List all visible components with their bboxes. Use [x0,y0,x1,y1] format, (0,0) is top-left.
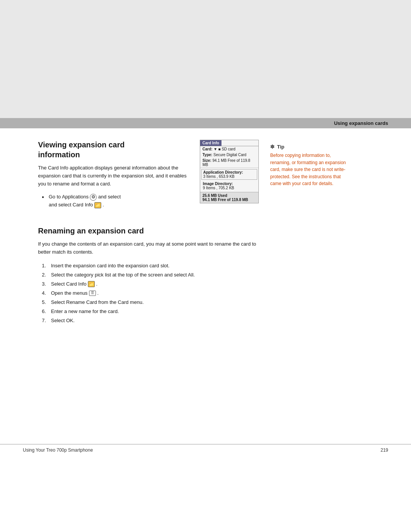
card-info-icon [94,202,101,208]
renaming-body: If you change the contents of an expansi… [38,240,259,256]
step-4: 4. Open the menus . [42,289,259,297]
tip-text: Before copying information to, renaming,… [270,152,346,187]
step-7: 7. Select OK. [42,316,259,325]
tip-header: ✽ Tip [270,144,346,150]
menu-icon [89,291,96,296]
card-info-icon-2 [88,281,95,287]
page-number: 219 [381,447,388,453]
viewing-body: The Card Info application displays gener… [38,164,192,188]
renaming-section: Renaming an expansion card If you change… [38,226,259,325]
img-dir-section: Image Directory: 9 Items , 705.2 KB [201,181,257,191]
step-1: 1. Insert the expansion card into the ex… [42,262,259,270]
tip-section: ✽ Tip Before copying information to, ren… [270,144,346,187]
renaming-steps: 1. Insert the expansion card into the ex… [42,262,259,325]
type-row: Type: Secure Digital Card [200,152,258,158]
viewing-bullets: Go to Applications and select and select… [42,193,192,209]
page-footer: Using Your Treo 700p Smartphone 219 [0,444,411,456]
app-dir-section: Application Directory: 3 Items , 653.9 K… [201,169,257,180]
section-title: Using expansion cards [334,120,388,126]
step-5: 5. Select Rename Card from the Card menu… [42,298,259,307]
viewing-text: Viewing expansion card information The C… [38,140,192,217]
footer-text: Using Your Treo 700p Smartphone [23,447,93,453]
step-3: 3. Select Card Info . [42,280,259,288]
tip-star-icon: ✽ [270,144,275,150]
page-container: Using expansion cards Viewing expansion … [0,0,411,532]
top-banner [0,0,411,118]
step-6: 6. Enter a new name for the card. [42,307,259,316]
step-2: 2. Select the category pick list at the … [42,271,259,279]
bullet-item-1: Go to Applications and select and select… [42,193,192,209]
left-column: Viewing expansion card information The C… [38,140,259,326]
viewing-heading: Viewing expansion card information [38,140,192,160]
tip-label: Tip [277,144,284,150]
size-row: Size: 94.1 MB Free of 119.8 MB [200,158,258,168]
section-header: Using expansion cards [0,118,411,128]
renaming-heading: Renaming an expansion card [38,226,259,236]
main-content: Viewing expansion card information The C… [0,128,411,337]
card-info-screenshot: Card Info Card: ▼ ■ SD card Type: Secure… [200,140,259,203]
card-info-tab-label: Card Info [202,141,219,145]
card-footer: 25.6 MB Used 94.1 MB Free of 119.8 MB [200,192,258,203]
apps-icon [90,194,97,201]
card-row: Card: ▼ ■ SD card [200,146,258,152]
right-column: ✽ Tip Before copying information to, ren… [270,140,346,326]
viewing-section: Viewing expansion card information The C… [38,140,259,217]
